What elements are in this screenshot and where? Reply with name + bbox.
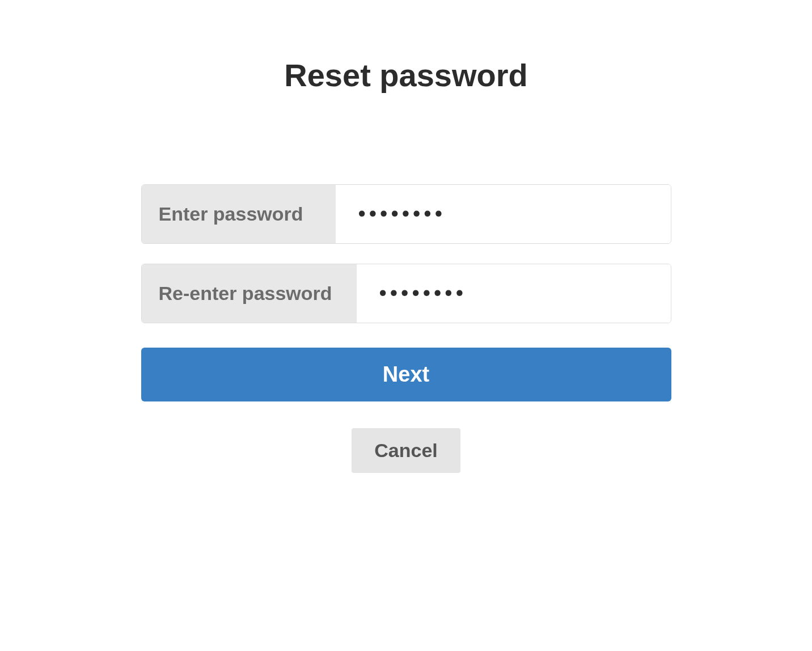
password-input[interactable] bbox=[336, 185, 671, 243]
confirm-password-input-group: Re-enter password bbox=[141, 264, 671, 323]
cancel-button[interactable]: Cancel bbox=[352, 428, 460, 473]
page-title: Reset password bbox=[284, 57, 528, 94]
reset-password-form: Enter password Re-enter password Next Ca… bbox=[141, 184, 671, 473]
password-input-group: Enter password bbox=[141, 184, 671, 244]
next-button[interactable]: Next bbox=[141, 348, 671, 401]
confirm-password-input[interactable] bbox=[357, 264, 671, 323]
password-label: Enter password bbox=[142, 185, 336, 243]
confirm-password-label: Re-enter password bbox=[142, 264, 357, 323]
